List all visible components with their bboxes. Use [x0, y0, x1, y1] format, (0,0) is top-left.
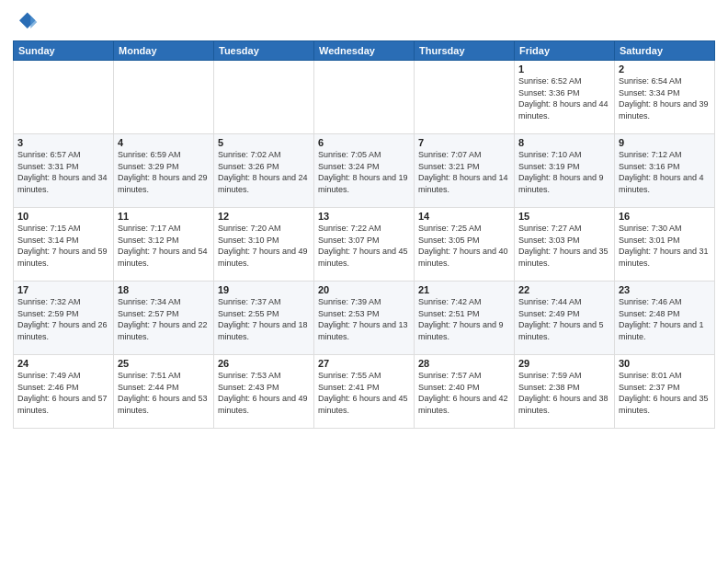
calendar-cell: 5Sunrise: 7:02 AM Sunset: 3:26 PM Daylig…: [214, 134, 314, 208]
day-number: 29: [518, 358, 610, 369]
calendar-cell: 18Sunrise: 7:34 AM Sunset: 2:57 PM Dayli…: [114, 282, 214, 355]
calendar-cell: 4Sunrise: 6:59 AM Sunset: 3:29 PM Daylig…: [114, 134, 214, 208]
calendar-week-row: 3Sunrise: 6:57 AM Sunset: 3:31 PM Daylig…: [14, 134, 715, 208]
day-info: Sunrise: 8:01 AM Sunset: 2:37 PM Dayligh…: [619, 370, 711, 416]
calendar-cell: 3Sunrise: 6:57 AM Sunset: 3:31 PM Daylig…: [14, 134, 114, 208]
day-number: 20: [318, 284, 410, 295]
day-info: Sunrise: 7:44 AM Sunset: 2:49 PM Dayligh…: [518, 296, 610, 342]
logo: [13, 9, 40, 35]
calendar-cell: 1Sunrise: 6:52 AM Sunset: 3:36 PM Daylig…: [515, 61, 615, 134]
logo-icon: [13, 9, 39, 35]
calendar-cell: [214, 61, 314, 134]
calendar-cell: 27Sunrise: 7:55 AM Sunset: 2:41 PM Dayli…: [314, 355, 415, 429]
calendar-cell: 17Sunrise: 7:32 AM Sunset: 2:59 PM Dayli…: [14, 282, 114, 355]
page: SundayMondayTuesdayWednesdayThursdayFrid…: [0, 0, 728, 563]
calendar-cell: 19Sunrise: 7:37 AM Sunset: 2:55 PM Dayli…: [214, 282, 314, 355]
day-number: 19: [218, 284, 310, 295]
calendar-week-row: 24Sunrise: 7:49 AM Sunset: 2:46 PM Dayli…: [14, 355, 715, 429]
calendar-cell: 16Sunrise: 7:30 AM Sunset: 3:01 PM Dayli…: [615, 208, 715, 282]
calendar-cell: [14, 61, 114, 134]
day-number: 27: [318, 358, 410, 369]
day-number: 17: [17, 284, 109, 295]
calendar-week-row: 10Sunrise: 7:15 AM Sunset: 3:14 PM Dayli…: [14, 208, 715, 282]
day-info: Sunrise: 7:34 AM Sunset: 2:57 PM Dayligh…: [118, 296, 210, 342]
weekday-header: Thursday: [415, 41, 515, 61]
day-number: 8: [518, 137, 610, 148]
day-number: 26: [218, 358, 310, 369]
day-number: 5: [218, 137, 310, 148]
calendar-cell: [415, 61, 515, 134]
day-info: Sunrise: 7:51 AM Sunset: 2:44 PM Dayligh…: [118, 370, 210, 416]
day-info: Sunrise: 7:32 AM Sunset: 2:59 PM Dayligh…: [17, 296, 109, 342]
svg-marker-1: [30, 16, 37, 29]
day-info: Sunrise: 7:22 AM Sunset: 3:07 PM Dayligh…: [318, 223, 410, 269]
day-info: Sunrise: 7:46 AM Sunset: 2:48 PM Dayligh…: [619, 296, 711, 342]
calendar-cell: 26Sunrise: 7:53 AM Sunset: 2:43 PM Dayli…: [214, 355, 314, 429]
day-number: 11: [118, 211, 210, 222]
day-info: Sunrise: 7:59 AM Sunset: 2:38 PM Dayligh…: [518, 370, 610, 416]
day-number: 24: [17, 358, 109, 369]
day-info: Sunrise: 7:39 AM Sunset: 2:53 PM Dayligh…: [318, 296, 410, 342]
day-info: Sunrise: 7:10 AM Sunset: 3:19 PM Dayligh…: [518, 149, 610, 195]
day-number: 21: [418, 284, 510, 295]
calendar-cell: [314, 61, 415, 134]
day-info: Sunrise: 7:49 AM Sunset: 2:46 PM Dayligh…: [17, 370, 109, 416]
calendar-cell: 2Sunrise: 6:54 AM Sunset: 3:34 PM Daylig…: [615, 61, 715, 134]
day-number: 18: [118, 284, 210, 295]
calendar-cell: 6Sunrise: 7:05 AM Sunset: 3:24 PM Daylig…: [314, 134, 415, 208]
day-info: Sunrise: 7:37 AM Sunset: 2:55 PM Dayligh…: [218, 296, 310, 342]
weekday-header: Friday: [515, 41, 615, 61]
day-number: 10: [17, 211, 109, 222]
calendar-cell: 12Sunrise: 7:20 AM Sunset: 3:10 PM Dayli…: [214, 208, 314, 282]
day-number: 9: [619, 137, 711, 148]
calendar-cell: 30Sunrise: 8:01 AM Sunset: 2:37 PM Dayli…: [615, 355, 715, 429]
calendar-cell: 24Sunrise: 7:49 AM Sunset: 2:46 PM Dayli…: [14, 355, 114, 429]
day-number: 12: [218, 211, 310, 222]
day-number: 3: [17, 137, 109, 148]
calendar-cell: 8Sunrise: 7:10 AM Sunset: 3:19 PM Daylig…: [515, 134, 615, 208]
calendar-cell: 9Sunrise: 7:12 AM Sunset: 3:16 PM Daylig…: [615, 134, 715, 208]
day-info: Sunrise: 7:17 AM Sunset: 3:12 PM Dayligh…: [118, 223, 210, 269]
day-info: Sunrise: 6:57 AM Sunset: 3:31 PM Dayligh…: [17, 149, 109, 195]
weekday-header: Sunday: [14, 41, 114, 61]
day-number: 7: [418, 137, 510, 148]
calendar-cell: 13Sunrise: 7:22 AM Sunset: 3:07 PM Dayli…: [314, 208, 415, 282]
calendar-cell: 7Sunrise: 7:07 AM Sunset: 3:21 PM Daylig…: [415, 134, 515, 208]
day-info: Sunrise: 6:54 AM Sunset: 3:34 PM Dayligh…: [619, 75, 711, 121]
day-number: 22: [518, 284, 610, 295]
day-info: Sunrise: 7:27 AM Sunset: 3:03 PM Dayligh…: [518, 223, 610, 269]
calendar-cell: [114, 61, 214, 134]
day-info: Sunrise: 7:20 AM Sunset: 3:10 PM Dayligh…: [218, 223, 310, 269]
day-info: Sunrise: 6:59 AM Sunset: 3:29 PM Dayligh…: [118, 149, 210, 195]
day-info: Sunrise: 7:25 AM Sunset: 3:05 PM Dayligh…: [418, 223, 510, 269]
day-info: Sunrise: 7:12 AM Sunset: 3:16 PM Dayligh…: [619, 149, 711, 195]
day-info: Sunrise: 7:55 AM Sunset: 2:41 PM Dayligh…: [318, 370, 410, 416]
day-number: 30: [619, 358, 711, 369]
calendar-cell: 29Sunrise: 7:59 AM Sunset: 2:38 PM Dayli…: [515, 355, 615, 429]
day-info: Sunrise: 7:02 AM Sunset: 3:26 PM Dayligh…: [218, 149, 310, 195]
calendar-cell: 25Sunrise: 7:51 AM Sunset: 2:44 PM Dayli…: [114, 355, 214, 429]
day-number: 13: [318, 211, 410, 222]
calendar-table: SundayMondayTuesdayWednesdayThursdayFrid…: [13, 40, 715, 429]
day-number: 14: [418, 211, 510, 222]
day-number: 28: [418, 358, 510, 369]
weekday-header: Saturday: [615, 41, 715, 61]
day-number: 16: [619, 211, 711, 222]
weekday-header: Tuesday: [214, 41, 314, 61]
calendar-cell: 28Sunrise: 7:57 AM Sunset: 2:40 PM Dayli…: [415, 355, 515, 429]
day-info: Sunrise: 6:52 AM Sunset: 3:36 PM Dayligh…: [518, 75, 610, 121]
calendar-header-row: SundayMondayTuesdayWednesdayThursdayFrid…: [14, 41, 715, 61]
day-info: Sunrise: 7:53 AM Sunset: 2:43 PM Dayligh…: [218, 370, 310, 416]
day-number: 1: [518, 63, 610, 75]
day-info: Sunrise: 7:07 AM Sunset: 3:21 PM Dayligh…: [418, 149, 510, 195]
calendar-cell: 15Sunrise: 7:27 AM Sunset: 3:03 PM Dayli…: [515, 208, 615, 282]
day-number: 25: [118, 358, 210, 369]
day-number: 4: [118, 137, 210, 148]
calendar-cell: 23Sunrise: 7:46 AM Sunset: 2:48 PM Dayli…: [615, 282, 715, 355]
weekday-header: Wednesday: [314, 41, 415, 61]
day-info: Sunrise: 7:15 AM Sunset: 3:14 PM Dayligh…: [17, 223, 109, 269]
header: [13, 9, 715, 35]
day-info: Sunrise: 7:57 AM Sunset: 2:40 PM Dayligh…: [418, 370, 510, 416]
calendar-cell: 14Sunrise: 7:25 AM Sunset: 3:05 PM Dayli…: [415, 208, 515, 282]
weekday-header: Monday: [114, 41, 214, 61]
